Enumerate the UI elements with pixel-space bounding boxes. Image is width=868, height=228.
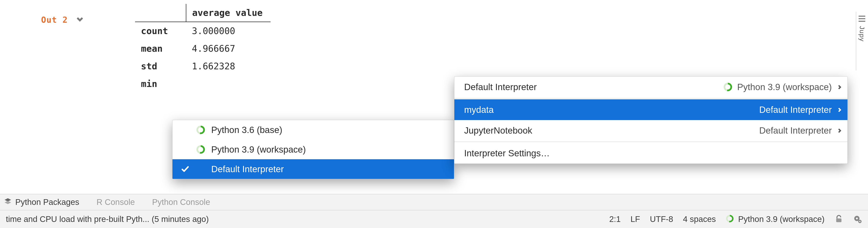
status-interpreter[interactable]: Python 3.9 (workspace) <box>726 215 825 224</box>
chevron-right-icon <box>836 82 842 92</box>
side-tab-label: Jupy <box>858 26 866 42</box>
tool-window-tabs: Python Packages R Console Python Console <box>0 194 868 210</box>
table-index-header <box>135 4 186 22</box>
project-name: JupyterNotebook <box>464 125 532 136</box>
loading-spinner-icon <box>726 215 735 224</box>
right-side-tab[interactable]: Jupy <box>856 12 868 70</box>
loading-spinner-icon <box>196 125 205 135</box>
status-interpreter-label: Python 3.9 (workspace) <box>738 215 825 224</box>
row-index: std <box>135 57 186 75</box>
chevron-down-icon[interactable] <box>75 15 84 25</box>
row-index: mean <box>135 40 186 57</box>
table-row: std 1.662328 <box>135 57 271 75</box>
svg-rect-10 <box>836 219 842 222</box>
ide-status-widget-icon[interactable] <box>853 215 862 224</box>
row-value <box>186 75 271 93</box>
loading-spinner-icon <box>196 145 205 154</box>
lock-icon[interactable] <box>834 215 843 224</box>
dataframe-table: average value count 3.000000 mean 4.9666… <box>135 4 271 93</box>
output-cell-label: Out 2 <box>41 15 68 25</box>
project-interpreter-label: Default Interpreter <box>759 105 832 115</box>
interpreter-option-selected[interactable]: Default Interpreter <box>173 159 454 179</box>
interpreter-option-label: Python 3.6 (base) <box>211 124 282 135</box>
interpreter-option[interactable]: Python 3.9 (workspace) <box>173 140 454 159</box>
settings-label: Interpreter Settings… <box>464 148 550 159</box>
chevron-right-icon <box>836 125 842 136</box>
table-column-header: average value <box>186 4 271 22</box>
layers-icon <box>4 197 12 207</box>
project-interpreter-popup: Default Interpreter Python 3.9 (workspac… <box>454 76 848 164</box>
indent-setting[interactable]: 4 spaces <box>683 215 716 224</box>
loading-spinner-icon <box>723 82 733 92</box>
chevron-right-icon <box>836 105 842 115</box>
row-value: 3.000000 <box>186 22 271 40</box>
hamburger-icon <box>859 16 865 22</box>
line-separator[interactable]: LF <box>630 215 640 224</box>
row-value: 1.662328 <box>186 57 271 75</box>
cursor-position[interactable]: 2:1 <box>609 215 621 224</box>
file-encoding[interactable]: UTF-8 <box>650 215 673 224</box>
project-name: mydata <box>464 105 494 115</box>
svg-point-12 <box>856 218 858 219</box>
table-row: min <box>135 75 271 93</box>
interpreter-settings-row[interactable]: Interpreter Settings… <box>454 143 847 164</box>
table-row: count 3.000000 <box>135 22 271 40</box>
table-row: mean 4.966667 <box>135 40 271 57</box>
interpreter-option-label: Python 3.9 (workspace) <box>211 144 306 155</box>
row-index: min <box>135 75 186 93</box>
status-message: time and CPU load with pre-built Pyth...… <box>6 215 209 224</box>
project-row-selected[interactable]: mydata Default Interpreter <box>454 99 847 120</box>
obscured-tab-text: R Console <box>96 197 135 207</box>
menu-separator <box>454 142 847 142</box>
obscured-tab-text: Python Console <box>152 197 210 207</box>
python-packages-tab[interactable]: Python Packages <box>4 197 79 207</box>
row-value: 4.966667 <box>186 40 271 57</box>
row-index: count <box>135 22 186 40</box>
project-interpreter-label: Default Interpreter <box>759 125 832 136</box>
tab-label: Python Packages <box>15 197 79 207</box>
svg-point-14 <box>859 221 860 222</box>
row-right-label: Python 3.9 (workspace) <box>737 82 832 92</box>
status-bar: time and CPU load with pre-built Pyth...… <box>0 210 868 228</box>
svg-marker-7 <box>4 201 11 204</box>
checkmark-icon <box>180 165 190 173</box>
menu-separator <box>454 98 847 98</box>
project-row[interactable]: JupyterNotebook Default Interpreter <box>454 120 847 141</box>
default-interpreter-row[interactable]: Default Interpreter Python 3.9 (workspac… <box>454 77 847 97</box>
interpreter-popup: Python 3.6 (base) Python 3.9 (workspace)… <box>172 120 454 179</box>
interpreter-option-label: Default Interpreter <box>211 164 284 174</box>
interpreter-option[interactable]: Python 3.6 (base) <box>173 120 454 140</box>
row-label: Default Interpreter <box>464 82 537 92</box>
